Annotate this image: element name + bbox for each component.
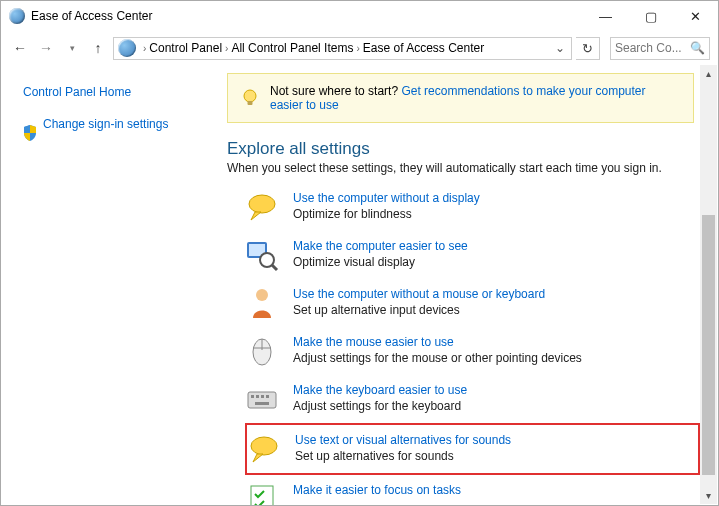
search-placeholder: Search Co...: [615, 41, 682, 55]
svg-rect-11: [248, 392, 276, 408]
svg-rect-15: [266, 395, 269, 398]
option-link[interactable]: Use text or visual alternatives for soun…: [295, 433, 511, 447]
breadcrumb-sep-icon: ›: [353, 43, 362, 54]
location-icon: [118, 39, 136, 57]
option-link[interactable]: Make it easier to focus on tasks: [293, 483, 461, 497]
window-buttons: — ▢ ✕: [583, 2, 718, 31]
lightbulb-icon: [240, 88, 260, 108]
refresh-button[interactable]: ↻: [576, 37, 600, 60]
keyboard-icon: [245, 382, 279, 416]
breadcrumb-item[interactable]: Ease of Access Center: [363, 41, 484, 55]
app-icon: [9, 8, 25, 24]
option-desc: Adjust settings for the mouse or other p…: [293, 351, 582, 365]
minimize-button[interactable]: —: [583, 2, 628, 31]
nav-bar: ← → ▾ ↑ › Control Panel › All Control Pa…: [1, 31, 718, 65]
speech-bubble-icon: [245, 190, 279, 224]
breadcrumb-sep-icon: ›: [140, 43, 149, 54]
shield-icon: [23, 125, 37, 141]
sidebar-signin-link[interactable]: Change sign-in settings: [43, 117, 168, 131]
option-easier-see[interactable]: Make the computer easier to seeOptimize …: [245, 231, 700, 279]
option-desc: Optimize for blindness: [293, 207, 480, 221]
nav-up-button[interactable]: ↑: [87, 37, 109, 59]
option-desc: Optimize visual display: [293, 255, 468, 269]
checklist-icon: [245, 482, 279, 505]
search-icon: 🔍: [690, 41, 705, 55]
svg-point-5: [260, 253, 274, 267]
explore-heading: Explore all settings: [227, 139, 700, 159]
scroll-down-arrow-icon[interactable]: ▾: [700, 487, 717, 504]
sidebar-home-link[interactable]: Control Panel Home: [23, 85, 209, 99]
breadcrumb-item[interactable]: Control Panel: [149, 41, 222, 55]
breadcrumb[interactable]: › Control Panel › All Control Panel Item…: [113, 37, 572, 60]
scroll-up-arrow-icon[interactable]: ▴: [700, 65, 717, 82]
breadcrumb-dropdown-icon[interactable]: ⌄: [551, 41, 569, 55]
breadcrumb-sep-icon: ›: [222, 43, 231, 54]
svg-point-0: [244, 90, 256, 102]
content-area: Not sure where to start? Get recommendat…: [221, 65, 718, 505]
nav-recent-button[interactable]: ▾: [61, 37, 83, 59]
option-desc: Set up alternatives for sounds: [295, 449, 511, 463]
option-no-mouse-keyboard[interactable]: Use the computer without a mouse or keyb…: [245, 279, 700, 327]
hint-prompt: Not sure where to start?: [270, 84, 398, 98]
person-icon: [245, 286, 279, 320]
option-link[interactable]: Use the computer without a mouse or keyb…: [293, 287, 545, 301]
option-no-display[interactable]: Use the computer without a displayOptimi…: [245, 183, 700, 231]
option-link[interactable]: Make the keyboard easier to use: [293, 383, 467, 397]
svg-point-17: [251, 437, 277, 455]
speech-bubble-icon: [247, 432, 281, 466]
search-input[interactable]: Search Co... 🔍: [610, 37, 710, 60]
vertical-scrollbar[interactable]: ▴ ▾: [700, 65, 717, 504]
svg-rect-16: [255, 402, 269, 405]
close-button[interactable]: ✕: [673, 2, 718, 31]
sidebar: Control Panel Home Change sign-in settin…: [1, 65, 221, 505]
svg-rect-14: [261, 395, 264, 398]
mouse-icon: [245, 334, 279, 368]
option-desc: Adjust settings for the keyboard: [293, 399, 467, 413]
magnifier-icon: [245, 238, 279, 272]
option-keyboard-easier[interactable]: Make the keyboard easier to useAdjust se…: [245, 375, 700, 423]
option-link[interactable]: Make the mouse easier to use: [293, 335, 582, 349]
option-desc: Set up alternative input devices: [293, 303, 545, 317]
scroll-thumb[interactable]: [702, 215, 715, 475]
breadcrumb-item[interactable]: All Control Panel Items: [231, 41, 353, 55]
hint-box: Not sure where to start? Get recommendat…: [227, 73, 694, 123]
title-bar: Ease of Access Center — ▢ ✕: [1, 1, 718, 31]
svg-rect-1: [248, 101, 253, 105]
svg-point-2: [249, 195, 275, 213]
option-link[interactable]: Use the computer without a display: [293, 191, 480, 205]
svg-point-7: [256, 289, 268, 301]
svg-rect-13: [256, 395, 259, 398]
option-focus-tasks[interactable]: Make it easier to focus on tasks: [245, 475, 700, 505]
option-mouse-easier[interactable]: Make the mouse easier to useAdjust setti…: [245, 327, 700, 375]
option-link[interactable]: Make the computer easier to see: [293, 239, 468, 253]
maximize-button[interactable]: ▢: [628, 2, 673, 31]
svg-line-6: [272, 265, 277, 270]
nav-forward-button[interactable]: →: [35, 37, 57, 59]
window-title: Ease of Access Center: [31, 9, 152, 23]
nav-back-button[interactable]: ←: [9, 37, 31, 59]
settings-list: Use the computer without a displayOptimi…: [221, 183, 700, 505]
explore-subtext: When you select these settings, they wil…: [227, 161, 700, 175]
option-sound-alternatives[interactable]: Use text or visual alternatives for soun…: [245, 423, 700, 475]
svg-rect-12: [251, 395, 254, 398]
